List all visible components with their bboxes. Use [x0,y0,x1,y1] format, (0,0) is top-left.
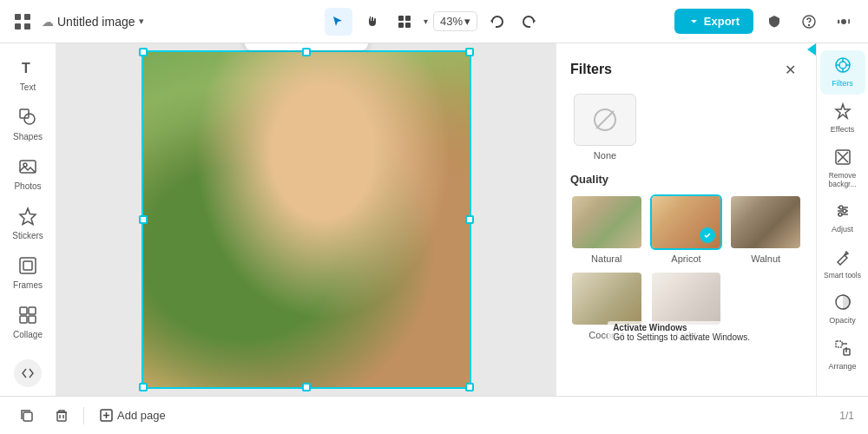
rail-item-arrange[interactable]: Arrange [820,333,865,378]
sidebar-photos-label: Photos [14,181,41,191]
canvas-image [143,52,470,387]
zoom-chevron-icon: ▾ [464,15,470,28]
layout-chevron-icon: ▾ [424,16,428,26]
settings-button[interactable] [830,8,858,36]
toolbar-left: ☁ Untitled image ▾ [10,10,219,34]
svg-rect-5 [405,16,411,21]
handle-top-left[interactable] [139,48,148,56]
file-name: Untitled image [57,15,135,29]
filters-close-button[interactable]: ✕ [778,57,802,82]
replace-button[interactable] [279,43,306,47]
svg-rect-46 [23,412,32,421]
shield-button[interactable] [760,8,788,36]
svg-rect-21 [29,316,36,323]
svg-point-11 [24,114,35,124]
rail-item-remove-bg[interactable]: Remove backgr... [820,142,865,194]
svg-line-28 [596,111,614,128]
rail-opacity-label: Opacity [829,316,856,326]
svg-rect-7 [405,23,411,28]
top-toolbar: ☁ Untitled image ▾ ▾ 43% ▾ Export [0,0,868,43]
handle-bottom-right[interactable] [465,383,474,391]
svg-point-41 [843,209,846,213]
rail-item-filters[interactable]: Filters [820,50,865,95]
add-page-button[interactable]: Add page [93,405,173,425]
opacity-rail-icon [834,293,852,313]
canvas-area[interactable]: Page 1 ··· [56,43,556,396]
delete-element-button[interactable] [49,403,75,429]
sidebar-item-shapes[interactable]: Shapes [3,102,52,148]
svg-rect-20 [20,316,27,323]
rail-item-opacity[interactable]: Opacity [820,287,865,332]
toolbar-center: ▾ 43% ▾ [226,8,642,36]
rail-item-adjust[interactable]: Adjust [820,196,865,240]
export-button[interactable]: Export [674,9,753,34]
sidebar-item-frames[interactable]: Frames [3,250,52,296]
zoom-control[interactable]: 43% ▾ [433,11,477,31]
svg-rect-18 [20,307,27,314]
sidebar-item-text[interactable]: T Text [3,52,52,98]
filter-none[interactable]: None [570,94,640,161]
filter-apricot[interactable]: Apricot [650,194,723,264]
file-name-area[interactable]: ☁ Untitled image ▾ [42,15,144,29]
svg-point-40 [839,206,843,209]
sidebar-item-stickers[interactable]: Stickers [3,201,52,247]
filter-walnut-label: Walnut [751,253,780,264]
rail-filters-label: Filters [832,79,853,89]
effects-rail-icon [834,102,852,122]
sidebar-item-collage[interactable]: Collage [3,299,52,345]
toolbar-right: Export [649,8,858,36]
more-options-button[interactable]: ··· [335,43,361,47]
handle-left-mid[interactable] [139,215,148,224]
sidebar-collapse-button[interactable] [14,359,42,387]
filter-natural[interactable]: Natural [570,194,643,264]
frames-icon [18,256,37,278]
layout-button[interactable] [391,8,418,36]
svg-marker-35 [836,104,850,118]
undo-button[interactable] [483,8,510,36]
handle-bottom-left[interactable] [139,383,148,391]
collage-icon [18,306,37,327]
crop-button[interactable] [252,43,278,47]
hand-tool-button[interactable] [358,8,385,36]
handle-top-mid[interactable] [302,48,311,56]
sidebar-stickers-label: Stickers [12,231,43,240]
activate-windows-title: Activate Windows [613,323,750,332]
filters-rail-icon [834,56,852,76]
handle-right-mid[interactable] [465,215,474,224]
svg-point-9 [809,24,810,25]
svg-rect-19 [29,307,36,314]
svg-rect-17 [23,261,32,270]
rail-item-smart-tools[interactable]: Smart tools [820,242,865,286]
filters-panel: Filters ✕ None Quality Natural [556,43,816,396]
app-logo[interactable] [10,10,35,34]
flip-button[interactable] [307,43,333,47]
handle-top-right[interactable] [465,48,474,56]
filter-walnut[interactable]: Walnut [729,194,802,264]
adjust-rail-icon [834,202,852,222]
sidebar-item-photos[interactable]: Photos [3,151,52,197]
smart-tools-rail-icon [834,248,852,268]
filter-coconut-thumb [570,271,643,326]
filter-apricot-label: Apricot [671,253,700,264]
zoom-value: 43% [440,15,463,28]
handle-bottom-mid[interactable] [302,383,311,391]
svg-rect-47 [57,412,66,421]
filters-title: Filters [570,62,612,77]
stickers-icon [18,207,37,228]
help-button[interactable] [795,8,823,36]
filter-walnut-thumb [729,194,802,250]
svg-point-30 [839,62,846,69]
redo-button[interactable] [516,8,543,36]
select-tool-button[interactable] [325,8,352,36]
sidebar-collage-label: Collage [13,330,43,339]
svg-rect-2 [15,23,21,30]
rail-item-effects[interactable]: Effects [820,96,865,141]
duplicate-element-button[interactable] [14,403,40,429]
arrange-rail-icon [834,339,852,359]
rail-arrange-label: Arrange [828,362,856,372]
rail-remove-bg-label: Remove backgr... [824,171,862,188]
canvas-frame[interactable]: ··· [141,50,471,389]
filter-light-thumb [650,271,723,326]
sidebar-shapes-label: Shapes [13,132,43,141]
bottom-toolbar: Add page 1/1 [0,396,868,434]
